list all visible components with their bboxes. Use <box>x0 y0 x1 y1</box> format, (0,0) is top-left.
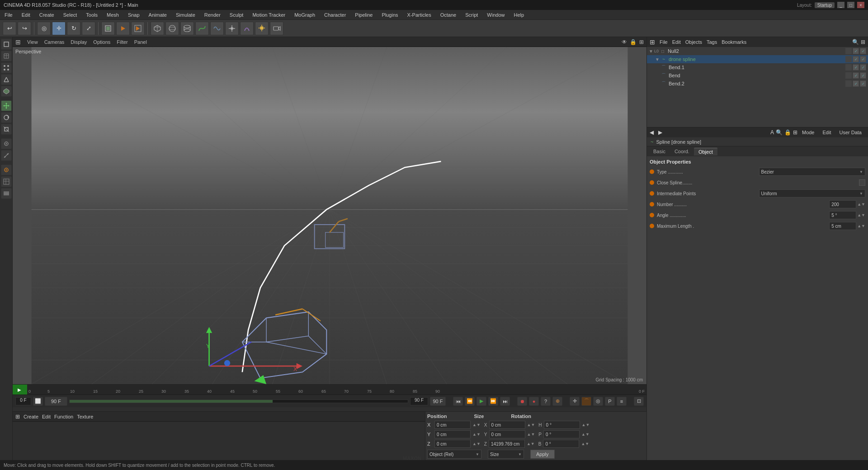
am-menu-mode[interactable]: Mode <box>802 130 815 135</box>
viewport-menu-view[interactable]: View <box>27 39 38 45</box>
quantize-button[interactable] <box>1 150 12 161</box>
menu-plugins[interactable]: Plugins <box>380 12 400 18</box>
coord-x-rot-arrow[interactable]: ▲▼ <box>582 423 590 427</box>
om-menu-tags[interactable]: Tags <box>707 39 717 45</box>
window-maximize[interactable]: □ <box>847 2 854 8</box>
record-mode-btn[interactable]: P <box>605 397 615 406</box>
prop-angle-arrow[interactable]: ▲▼ <box>857 213 865 217</box>
bend2-vis1[interactable]: ✓ <box>853 80 859 87</box>
goto-end-btn[interactable]: ⏭ <box>500 397 510 406</box>
camera-tool-button[interactable] <box>270 22 283 35</box>
mode-model-button[interactable] <box>1 39 12 50</box>
tool-move-button[interactable] <box>1 100 12 111</box>
bend1-vis1[interactable]: ✓ <box>853 64 859 70</box>
window-minimize[interactable]: _ <box>837 2 844 8</box>
coord-y-pos-input[interactable]: 0 cm <box>434 430 471 438</box>
coord-y-size-arrow[interactable]: ▲▼ <box>527 432 535 437</box>
menu-mograph[interactable]: MoGraph <box>292 12 317 18</box>
grid-button[interactable] <box>1 176 12 187</box>
om-menu-bookmarks[interactable]: Bookmarks <box>722 39 746 45</box>
move-button[interactable]: ✛ <box>52 22 66 35</box>
autokey-btn[interactable]: ● <box>529 397 539 406</box>
drone-spline-vis1[interactable]: ✓ <box>853 56 859 62</box>
menu-edit[interactable]: Edit <box>20 12 32 18</box>
coord-x-pos-arrow[interactable]: ▲▼ <box>472 423 481 427</box>
tool-rotate-button[interactable] <box>1 112 12 123</box>
rotate-button[interactable]: ↻ <box>67 22 80 35</box>
mode-points-button[interactable] <box>1 62 12 73</box>
om-row-bend2[interactable]: ⌒ Bend.2 ✓ ✓ <box>647 80 868 88</box>
prop-type-dropdown[interactable]: Bezier ▼ <box>759 168 866 176</box>
mode-poly-button[interactable] <box>1 86 12 97</box>
coord-x-pos-input[interactable]: 0 cm <box>434 421 471 429</box>
drone-spline-vis2[interactable]: ✓ <box>860 56 866 62</box>
menu-render[interactable]: Render <box>203 12 222 18</box>
play-btn[interactable]: ▶ <box>476 397 486 406</box>
coord-y-rot-input[interactable]: 0 ° <box>543 430 580 438</box>
drone-spline-check1[interactable] <box>845 56 852 62</box>
render-region-button[interactable] <box>101 22 115 35</box>
layers-button[interactable] <box>1 188 12 199</box>
coord-x-rot-input[interactable]: 0 ° <box>544 421 580 429</box>
viewport-menu-display[interactable]: Display <box>71 39 87 45</box>
mode-edges-button[interactable] <box>1 74 12 85</box>
apply-button[interactable]: Apply <box>530 450 555 459</box>
live-select-button[interactable]: ◎ <box>37 22 51 35</box>
viewport-icon-expand[interactable]: ⊞ <box>639 39 644 45</box>
am-search-icon[interactable]: 🔍 <box>776 129 783 136</box>
tab-basic[interactable]: Basic <box>649 148 670 155</box>
am-lock-icon[interactable]: 🔒 <box>784 129 791 136</box>
size-type-dropdown[interactable]: Size ▼ <box>488 450 524 459</box>
snap-button[interactable] <box>1 138 12 149</box>
menu-mesh[interactable]: Mesh <box>105 12 121 18</box>
cycle-btn[interactable]: ◎ <box>593 397 603 406</box>
me-menu-texture[interactable]: Texture <box>77 414 93 419</box>
coord-z-size-arrow[interactable]: ▲▼ <box>527 442 535 446</box>
coord-z-rot-input[interactable]: 0 ° <box>543 440 579 448</box>
menu-file[interactable]: File <box>3 12 14 18</box>
prop-number-input[interactable]: 200 <box>829 200 856 208</box>
bend-vis1[interactable]: ✓ <box>853 72 859 79</box>
prop-angle-input[interactable]: 5 ° <box>829 211 856 219</box>
window-close[interactable]: × <box>857 2 864 8</box>
menu-animate[interactable]: Animate <box>147 12 169 18</box>
om-row-bend1[interactable]: ⌒ Bend.1 ✓ ✓ <box>647 63 868 71</box>
null-tool-button[interactable] <box>225 22 239 35</box>
menu-sculpt[interactable]: Sculpt <box>228 12 245 18</box>
prev-frame-btn[interactable]: ⏪ <box>465 397 475 406</box>
menu-xparticles[interactable]: X-Particles <box>406 12 433 18</box>
preview-end-input[interactable]: 90 F <box>410 397 428 405</box>
om-menu-objects[interactable]: Objects <box>685 39 702 45</box>
tab-object[interactable]: Object <box>694 148 717 155</box>
scale-button[interactable]: ⤢ <box>82 22 95 35</box>
viewport-menu-filter[interactable]: Filter <box>117 39 127 45</box>
me-menu-create[interactable]: Create <box>24 414 38 419</box>
nurbs-tool-button[interactable] <box>210 22 224 35</box>
coord-y-rot-arrow[interactable]: ▲▼ <box>581 432 590 437</box>
tab-coord[interactable]: Coord. <box>670 148 694 155</box>
menu-snap[interactable]: Snap <box>126 12 142 18</box>
menu-simulate[interactable]: Simulate <box>174 12 197 18</box>
key-mode-btn[interactable]: ✛ <box>570 397 580 406</box>
am-forward-icon[interactable]: ▶ <box>658 129 662 136</box>
null2-check1[interactable] <box>845 48 852 54</box>
menu-pipeline[interactable]: Pipeline <box>353 12 374 18</box>
axis-button[interactable] <box>1 164 12 175</box>
viewport-icon-eye[interactable]: 👁 <box>622 39 627 45</box>
motion-btn[interactable]: ⊕ <box>552 397 562 406</box>
bend2-vis2[interactable]: ✓ <box>860 80 866 87</box>
coord-z-pos-arrow[interactable]: ▲▼ <box>472 442 481 446</box>
om-row-null2[interactable]: ▼ L0 □ Null2 ✓ ✓ <box>647 47 868 55</box>
current-frame-input[interactable]: 0 F <box>15 397 31 405</box>
am-icon-1[interactable]: A <box>770 129 774 136</box>
coord-z-pos-input[interactable]: 0 cm <box>434 440 471 448</box>
am-menu-userdata[interactable]: User Data <box>839 130 862 135</box>
cube-tool-button[interactable] <box>151 22 164 35</box>
coord-x-size-arrow[interactable]: ▲▼ <box>527 423 535 427</box>
me-menu-function[interactable]: Function <box>54 414 73 419</box>
frame-counter[interactable]: 90 F <box>430 397 446 406</box>
menu-character[interactable]: Character <box>322 12 348 18</box>
mode-texture-button[interactable] <box>1 51 12 61</box>
bend-check1[interactable] <box>845 72 852 79</box>
bend2-check1[interactable] <box>845 80 852 87</box>
